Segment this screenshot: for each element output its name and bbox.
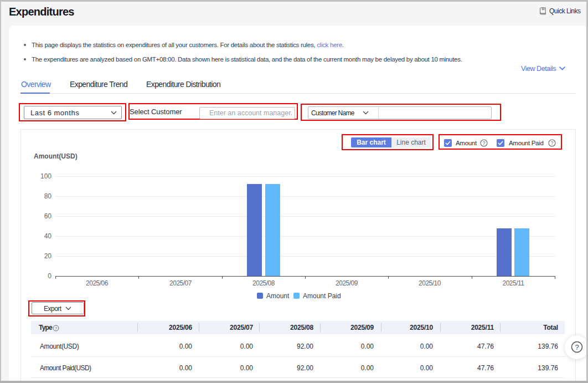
svg-text:?: ? — [575, 343, 579, 351]
svg-text:?: ? — [550, 140, 553, 146]
svg-text:?: ? — [55, 325, 58, 330]
svg-text:?: ? — [482, 140, 485, 146]
